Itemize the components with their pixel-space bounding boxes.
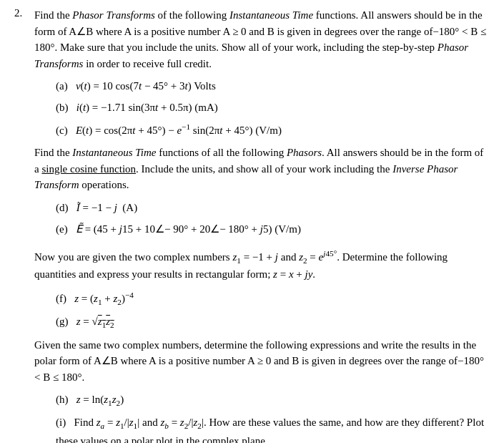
fourth-paragraph: Given the same two complex numbers, dete…: [34, 337, 490, 386]
part-d-label: (d): [56, 202, 74, 213]
single-cosine-underline: single cosine function: [41, 163, 136, 175]
part-h-math: z = ln(z1z2): [76, 394, 124, 405]
part-i: (i) Find za = z1/|z1| and zb = z2/|z2|. …: [56, 414, 490, 443]
part-b: (b) i(t) = −1.71 sin(3πt + 0.5π) (mA): [56, 99, 490, 116]
part-a-label: (a): [56, 80, 73, 92]
third-paragraph: Now you are given the two complex number…: [34, 248, 490, 283]
part-g-label: (g): [56, 316, 74, 327]
part-c: (c) E(t) = cos(2πt + 45°) − e−1 sin(2πt …: [56, 120, 490, 139]
part-d: (d) Ĩ = −1 − j (A): [56, 199, 490, 216]
parts-fg: (f) z = (z1 + z2)−4 (g) z = √z1z2: [56, 288, 490, 331]
part-i-math: Find za = z1/|z1| and zb = z2/|z2|. How …: [56, 417, 484, 443]
part-f: (f) z = (z1 + z2)−4: [56, 288, 490, 308]
part-i-label: (i): [56, 417, 71, 428]
parts-hi: (h) z = ln(z1z2) (i) Find za = z1/|z1| a…: [56, 391, 490, 443]
part-g: (g) z = √z1z2: [56, 313, 490, 331]
part-c-label: (c): [56, 125, 73, 136]
part-d-math: Ĩ = −1 − j (A): [76, 202, 137, 213]
part-h: (h) z = ln(z1z2): [56, 391, 490, 409]
phasors-italic: Phasors: [287, 147, 322, 158]
part-f-math: z = (z1 + z2)−4: [74, 293, 134, 304]
problem-number: 2.: [14, 7, 29, 443]
instantaneous-time-italic2: Instantaneous Time: [72, 147, 156, 158]
first-paragraph: Find the Phasor Transforms of the follow…: [34, 7, 490, 72]
second-paragraph: Find the Instantaneous Time functions of…: [34, 145, 490, 193]
part-e: (e) Ẽ = (45 + j15 + 10∠− 90° + 20∠− 180°…: [56, 220, 490, 238]
part-e-math: Ẽ = (45 + j15 + 10∠− 90° + 20∠− 180° + j…: [76, 223, 301, 235]
part-b-math: i(t) = −1.71 sin(3πt + 0.5π) (mA): [76, 102, 218, 113]
part-h-label: (h): [56, 394, 74, 405]
part-f-label: (f): [56, 293, 72, 304]
part-c-math: E(t) = cos(2πt + 45°) − e−1 sin(2πt + 45…: [76, 125, 282, 136]
problem-content: Find the Phasor Transforms of the follow…: [34, 7, 490, 443]
instantaneous-time-italic1: Instantaneous Time: [229, 9, 313, 21]
part-b-label: (b): [56, 102, 74, 113]
part-a-math: v(t) = 10 cos(7t − 45° + 3t) Volts: [76, 80, 216, 92]
problem-2: 2. Find the Phasor Transforms of the fol…: [14, 7, 490, 443]
parts-abc: (a) v(t) = 10 cos(7t − 45° + 3t) Volts (…: [56, 77, 490, 139]
parts-de: (d) Ĩ = −1 − j (A) (e) Ẽ = (45 + j15 + 1…: [56, 199, 490, 238]
phasor-transforms-italic1: Phasor Transforms: [72, 9, 154, 21]
phasor-transforms-italic2: Phasor Transforms: [34, 42, 468, 69]
part-g-math: z = √z1z2: [76, 316, 114, 327]
part-e-label: (e): [56, 223, 73, 235]
part-a: (a) v(t) = 10 cos(7t − 45° + 3t) Volts: [56, 77, 490, 94]
